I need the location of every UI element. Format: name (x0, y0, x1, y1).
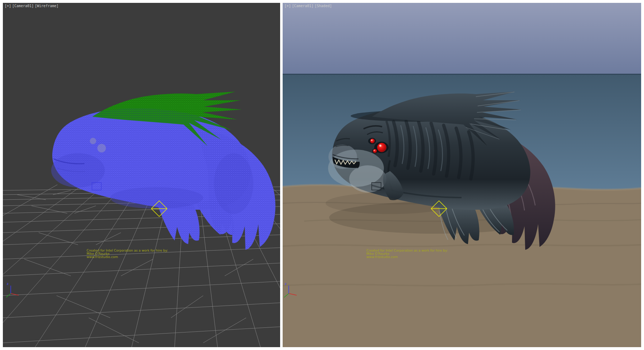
sky (283, 3, 641, 74)
shaded-scene (283, 3, 641, 347)
viewport-label-left: [+] [Camera01] [Wireframe] (5, 4, 59, 8)
viewport-menu-general[interactable]: [+] (284, 4, 291, 8)
fish-eye (97, 144, 106, 152)
viewport-menu-pov[interactable]: [Camera01] (12, 4, 34, 8)
viewport-shaded[interactable]: [+] [Camera01] [Shaded] (283, 3, 641, 347)
wireframe-scene (3, 3, 280, 347)
fish-eye (90, 138, 96, 144)
viewport-menu-shading[interactable]: [Shaded] (314, 4, 332, 8)
horizon-line (283, 74, 641, 75)
viewport-wireframe[interactable]: [+] [Camera01] [Wireframe] (3, 3, 280, 347)
viewport-menu-general[interactable]: [+] (5, 4, 11, 8)
viewport-menu-shading[interactable]: [Wireframe] (35, 4, 58, 8)
viewport-label-right: [+] [Camera01] [Shaded] (284, 4, 332, 8)
max-viewport-area: [+] [Camera01] [Wireframe] (0, 0, 644, 350)
viewport-menu-pov[interactable]: [Camera01] (292, 4, 313, 8)
